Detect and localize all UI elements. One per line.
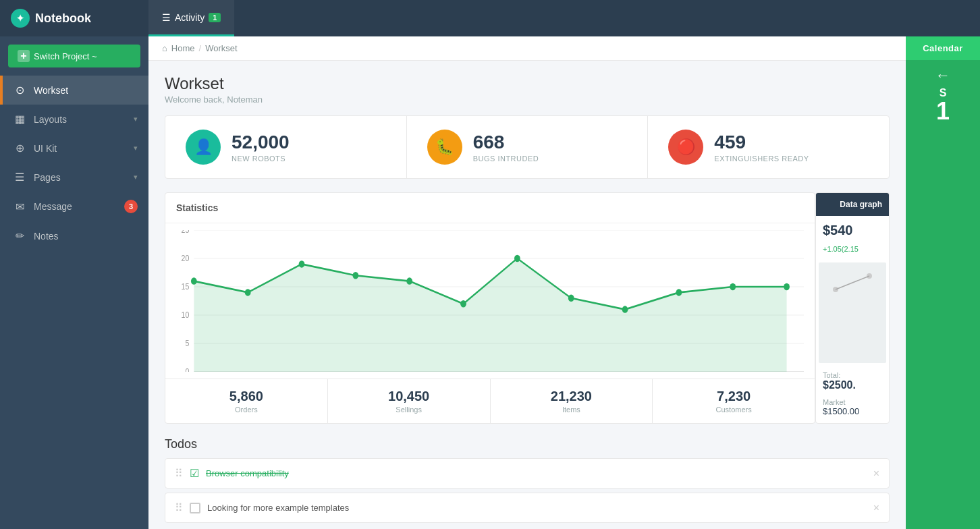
svg-point-28 — [352, 272, 358, 279]
brand: ✦ Notebook — [0, 9, 148, 28]
home-icon: ⌂ — [162, 43, 167, 53]
svg-line-39 — [836, 276, 869, 289]
market-label: Market — [816, 395, 889, 406]
bugs-icon: 🐛 — [427, 130, 462, 165]
todo-check-empty-icon[interactable] — [190, 503, 200, 513]
layouts-icon: ▦ — [13, 113, 26, 126]
total-label: Total: — [816, 366, 889, 379]
bottom-stats: 5,860 Orders 10,450 Sellings 21,230 Item… — [165, 379, 815, 423]
stat-bugs: 🐛 668 BUGS INTRUDED — [407, 116, 649, 178]
mini-chart-svg — [819, 262, 886, 303]
breadcrumb: ⌂ Home / Workset — [148, 36, 906, 61]
drag-handle-icon[interactable]: ⠿ — [175, 467, 183, 480]
tab-activity[interactable]: ☰ Activity 1 — [148, 0, 234, 36]
breadcrumb-current: Workset — [205, 43, 237, 53]
calendar-header: Calendar — [906, 36, 980, 60]
orders-value: 5,860 — [172, 389, 321, 404]
svg-point-31 — [514, 255, 520, 262]
svg-text:20: 20 — [182, 253, 190, 262]
chart-area: 25 20 15 10 5 0 0 1 2 3 4 5 6 7 — [165, 223, 815, 379]
data-graph-price: $540 — [816, 216, 889, 245]
svg-text:25: 25 — [182, 230, 190, 234]
switch-project-button[interactable]: + Switch Project ~ — [8, 45, 140, 67]
todo-text: Looking for more example templates — [207, 503, 867, 513]
svg-point-33 — [622, 306, 628, 313]
svg-text:15: 15 — [182, 281, 190, 291]
ui-kit-icon: ⊕ — [13, 142, 26, 155]
orders-label: Orders — [172, 406, 321, 414]
todo-check-done-icon[interactable]: ☑ — [190, 467, 199, 480]
sidebar-item-pages[interactable]: ☰ Pages ▾ — [0, 163, 148, 192]
stat-robots-value: 52,000 — [232, 132, 290, 153]
message-badge: 3 — [124, 200, 138, 213]
sidebar-item-label: Layouts — [34, 114, 67, 125]
svg-point-30 — [460, 300, 466, 308]
bottom-stat-orders: 5,860 Orders — [165, 379, 328, 423]
statistics-header: Statistics — [165, 193, 815, 223]
sidebar-item-notes[interactable]: ✏ Notes — [0, 221, 148, 250]
todo-item-1: ⠿ ☑ Browser compatibility × — [165, 458, 890, 489]
sidebar: + Switch Project ~ ⊙ Workset ▦ Layouts ▾… — [0, 36, 148, 529]
sidebar-item-workset[interactable]: ⊙ Workset — [0, 76, 148, 105]
calendar-panel: Calendar ← S 1 — [906, 36, 980, 529]
main-layout: + Switch Project ~ ⊙ Workset ▦ Layouts ▾… — [0, 36, 980, 529]
calendar-day-number: 1 — [936, 99, 950, 123]
message-icon: ✉ — [13, 200, 26, 213]
svg-point-25 — [191, 277, 197, 285]
breadcrumb-home[interactable]: Home — [171, 43, 195, 53]
chevron-down-icon: ▾ — [134, 144, 138, 152]
stats-row: 👤 52,000 NEW ROBOTS 🐛 668 BUGS INTRUDED … — [165, 115, 890, 179]
drag-handle-icon[interactable]: ⠿ — [175, 501, 183, 514]
statistics-chart: 25 20 15 10 5 0 0 1 2 3 4 5 6 7 — [176, 230, 804, 372]
stat-bugs-label: BUGS INTRUDED — [473, 155, 539, 163]
robots-icon: 👤 — [186, 130, 221, 165]
pages-icon: ☰ — [13, 171, 26, 184]
sellings-label: Sellings — [335, 406, 483, 414]
todo-text-done: Browser compatibility — [206, 468, 867, 478]
stat-extinguishers-value: 459 — [714, 132, 809, 153]
switch-project-label: Switch Project ~ — [34, 51, 97, 61]
stat-robots-info: 52,000 NEW ROBOTS — [232, 132, 290, 163]
svg-point-36 — [784, 283, 790, 291]
svg-point-35 — [730, 283, 736, 291]
svg-text:10: 10 — [182, 310, 190, 319]
calendar-left-arrow[interactable]: ← — [935, 60, 950, 87]
charts-section: Statistics 25 20 15 10 — [165, 192, 890, 424]
stat-robots-label: NEW ROBOTS — [232, 155, 290, 163]
notes-icon: ✏ — [13, 229, 26, 242]
sidebar-item-label: Message — [34, 201, 72, 212]
top-nav: ✦ Notebook ☰ Activity 1 — [0, 0, 980, 36]
top-nav-tabs: ☰ Activity 1 — [148, 0, 234, 36]
todo-close-icon[interactable]: × — [873, 502, 879, 514]
svg-marker-24 — [194, 258, 786, 372]
stat-bugs-info: 668 BUGS INTRUDED — [473, 132, 539, 163]
bottom-stat-sellings: 10,450 Sellings — [328, 379, 491, 423]
sellings-value: 10,450 — [335, 389, 483, 404]
page-header: Workset Welcome back, Noteman — [148, 61, 906, 115]
todos-section: Todos ⠿ ☑ Browser compatibility × ⠿ Look… — [165, 437, 890, 527]
bottom-stat-customers: 7,230 Customers — [653, 379, 815, 423]
items-label: Items — [497, 406, 646, 414]
sidebar-item-ui-kit[interactable]: ⊕ UI Kit ▾ — [0, 134, 148, 163]
svg-point-29 — [406, 277, 412, 285]
todo-item-2: ⠿ Looking for more example templates × — [165, 493, 890, 523]
data-graph-header: Data graph — [816, 193, 889, 216]
activity-tab-label: Activity — [175, 12, 205, 23]
customers-value: 7,230 — [659, 389, 808, 404]
todo-close-icon[interactable]: × — [873, 468, 879, 480]
sidebar-item-layouts[interactable]: ▦ Layouts ▾ — [0, 105, 148, 134]
statistics-card: Statistics 25 20 15 10 — [165, 192, 815, 424]
chevron-down-icon: ▾ — [134, 115, 138, 123]
svg-point-34 — [676, 289, 682, 296]
svg-point-26 — [245, 289, 251, 296]
svg-point-32 — [568, 295, 574, 302]
page-subtitle: Welcome back, Noteman — [165, 94, 890, 105]
items-value: 21,230 — [497, 389, 646, 404]
bottom-stat-items: 21,230 Items — [491, 379, 653, 423]
sidebar-item-message[interactable]: ✉ Message 3 — [0, 192, 148, 221]
todos-title: Todos — [165, 437, 890, 451]
brand-logo: ✦ — [11, 9, 30, 28]
sidebar-item-label: Notes — [34, 231, 59, 242]
data-graph-change: +1.05(2.15 — [816, 245, 889, 260]
activity-tab-badge: 1 — [209, 13, 221, 22]
